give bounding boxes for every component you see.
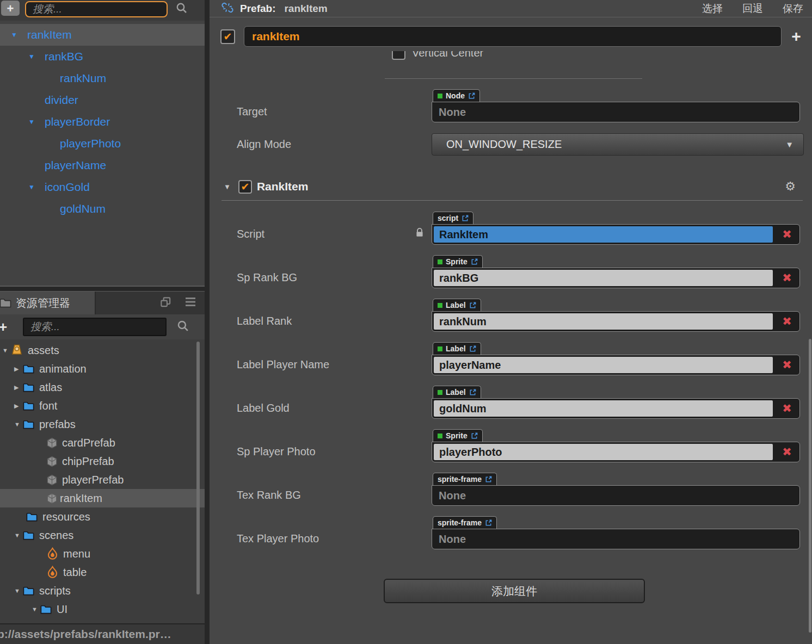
collapsed-arrow-icon[interactable]: ▶ <box>14 384 22 391</box>
hierarchy-node-icongold[interactable]: ▼ iconGold <box>0 176 205 198</box>
external-link-icon[interactable] <box>462 215 469 222</box>
hierarchy-node-playername[interactable]: playerName <box>0 154 205 176</box>
duplicate-panel-icon[interactable] <box>159 296 172 311</box>
create-asset-button[interactable]: + <box>0 319 9 336</box>
expand-arrow-icon[interactable]: ▼ <box>224 183 231 191</box>
type-tag-node[interactable]: Node <box>433 89 480 102</box>
asset-item-menu[interactable]: menu <box>0 544 205 563</box>
type-tag-label[interactable]: Label <box>433 299 481 311</box>
create-node-button[interactable]: + <box>1 1 20 16</box>
type-tag-sprite[interactable]: Sprite <box>433 255 483 268</box>
label-reference-field[interactable]: rankNum ✖ <box>432 311 800 332</box>
asset-item-font[interactable]: ▶ font <box>0 397 205 415</box>
sprite-frame-reference-field[interactable]: None <box>432 485 800 506</box>
type-tag-script[interactable]: script <box>433 212 473 224</box>
folder-icon <box>22 381 35 394</box>
expand-arrow-icon[interactable]: ▼ <box>32 606 39 612</box>
scene-flame-icon <box>46 566 59 579</box>
asset-item-rankitem[interactable]: rankItem <box>0 489 205 507</box>
collapsed-arrow-icon[interactable]: ▶ <box>14 403 22 410</box>
save-button[interactable]: 保存 <box>783 2 803 16</box>
inspector-scrollbar[interactable] <box>809 339 811 633</box>
asset-item-scripts[interactable]: ▼ scripts <box>0 581 205 600</box>
expand-arrow-icon[interactable]: ▼ <box>14 532 22 538</box>
add-node-button[interactable]: + <box>789 27 803 46</box>
remove-reference-icon[interactable]: ✖ <box>774 228 799 241</box>
tab-title: 资源管理器 <box>16 296 70 311</box>
asset-item-scenes[interactable]: ▼ scenes <box>0 526 205 544</box>
type-tag-label[interactable]: Label <box>433 386 481 398</box>
node-name-input[interactable] <box>244 26 782 47</box>
external-link-icon[interactable] <box>469 389 476 396</box>
sprite-reference-field[interactable]: rankBG ✖ <box>432 268 800 288</box>
assets-search-input[interactable] <box>23 318 167 336</box>
asset-item-table[interactable]: table <box>0 563 205 581</box>
gear-icon[interactable]: ⚙ <box>785 179 796 194</box>
search-icon[interactable] <box>176 319 190 335</box>
hierarchy-node-divider[interactable]: divider <box>0 89 205 111</box>
asset-item-resources[interactable]: resources <box>0 507 205 526</box>
hierarchy-node-goldnum[interactable]: goldNum <box>0 198 205 220</box>
asset-item-prefabs[interactable]: ▼ prefabs <box>0 415 205 434</box>
label-reference-field[interactable]: playerName ✖ <box>432 355 800 375</box>
external-link-icon[interactable] <box>485 519 492 527</box>
expand-arrow-icon[interactable]: ▼ <box>2 347 10 354</box>
vertical-center-checkbox[interactable] <box>392 51 405 60</box>
assets-scrollbar[interactable] <box>196 342 200 595</box>
hierarchy-node-rankbg[interactable]: ▼ rankBG <box>0 46 205 67</box>
align-mode-dropdown[interactable]: ON_WINDOW_RESIZE ▼ <box>432 133 804 156</box>
asset-item-assets[interactable]: ▼ assets <box>0 341 205 360</box>
hierarchy-node-playerborder[interactable]: ▼ playerBorder <box>0 111 205 133</box>
expand-arrow-icon[interactable]: ▼ <box>28 53 45 60</box>
sprite-frame-reference-field[interactable]: None <box>432 529 800 549</box>
type-tag-sprite[interactable]: Sprite <box>433 429 483 442</box>
remove-reference-icon[interactable]: ✖ <box>774 358 799 371</box>
tab-asset-manager[interactable]: 资源管理器 <box>0 292 96 314</box>
external-link-icon[interactable] <box>469 302 476 309</box>
remove-reference-icon[interactable]: ✖ <box>774 402 799 415</box>
remove-reference-icon[interactable]: ✖ <box>774 271 799 284</box>
asset-item-ui[interactable]: ▼ UI <box>0 600 205 618</box>
select-button[interactable]: 选择 <box>702 2 723 16</box>
external-link-icon[interactable] <box>469 345 476 352</box>
label-reference-field[interactable]: goldNum ✖ <box>432 398 800 419</box>
search-icon[interactable] <box>175 2 188 17</box>
unlink-prefab-icon[interactable] <box>222 2 233 16</box>
type-tag-sprite-frame[interactable]: sprite-frame <box>433 516 497 529</box>
remove-reference-icon[interactable]: ✖ <box>774 445 799 459</box>
type-tag-label[interactable]: Label <box>433 342 481 355</box>
expand-arrow-icon[interactable]: ▼ <box>14 421 22 428</box>
external-link-icon[interactable] <box>468 92 475 100</box>
component-enabled-checkbox[interactable]: ✔ <box>238 180 252 194</box>
panel-splitter[interactable] <box>205 0 210 644</box>
node-active-checkbox[interactable]: ✔ <box>220 29 235 44</box>
folder-icon <box>22 363 35 375</box>
collapsed-arrow-icon[interactable]: ▶ <box>14 366 22 373</box>
hierarchy-node-ranknum[interactable]: rankNum <box>0 67 205 89</box>
target-node-field[interactable]: None <box>432 102 800 122</box>
sprite-reference-field[interactable]: playerPhoto ✖ <box>432 442 800 462</box>
asset-item-atlas[interactable]: ▶ atlas <box>0 378 205 397</box>
script-reference-field[interactable]: RankItem ✖ <box>432 224 800 245</box>
remove-reference-icon[interactable]: ✖ <box>774 315 799 328</box>
asset-item-cardprefab[interactable]: cardPrefab <box>0 434 205 452</box>
component-header-rankitem[interactable]: ▼ ✔ RankItem ⚙ <box>210 179 812 194</box>
external-link-icon[interactable] <box>471 432 478 439</box>
hierarchy-node-playerphoto[interactable]: playerPhoto <box>0 133 205 154</box>
expand-arrow-icon[interactable]: ▼ <box>28 118 45 126</box>
expand-arrow-icon[interactable]: ▼ <box>28 183 45 191</box>
asset-item-animation[interactable]: ▶ animation <box>0 360 205 378</box>
expand-arrow-icon[interactable]: ▼ <box>14 587 22 594</box>
hierarchy-search-input[interactable] <box>25 1 168 17</box>
external-link-icon[interactable] <box>471 258 478 265</box>
asset-item-chipprefab[interactable]: chipPrefab <box>0 452 205 470</box>
add-component-button[interactable]: 添加组件 <box>384 579 645 603</box>
panel-menu-icon[interactable] <box>184 295 197 311</box>
asset-item-playerprefab[interactable]: playerPrefab <box>0 470 205 489</box>
hierarchy-node-rankitem[interactable]: ▼ rankItem <box>0 24 205 46</box>
expand-arrow-icon[interactable]: ▼ <box>11 31 27 39</box>
external-link-icon[interactable] <box>485 476 492 483</box>
revert-button[interactable]: 回退 <box>742 2 763 16</box>
type-tag-sprite-frame[interactable]: sprite-frame <box>433 473 497 485</box>
node-label: playerName <box>45 159 106 172</box>
